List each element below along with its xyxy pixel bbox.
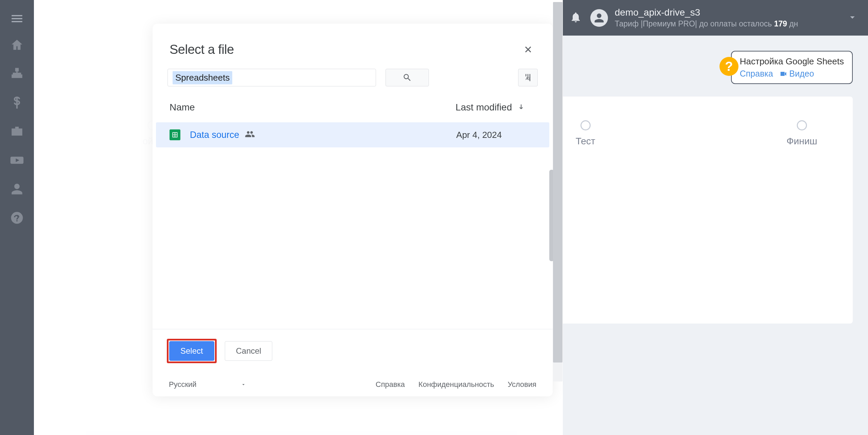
help-tooltip: ? Настройка Google Sheets Справка Видео	[731, 51, 853, 84]
language-select[interactable]: Русский	[169, 380, 246, 389]
help-badge-icon[interactable]: ?	[719, 57, 738, 76]
column-name[interactable]: Name	[170, 102, 195, 113]
footer-link-spravka[interactable]: Справка	[376, 380, 405, 389]
tariff-info: Тариф |Премиум PRO| до оплаты осталось 1…	[615, 19, 847, 28]
caret-down-icon	[241, 382, 246, 387]
top-header: demo_apix-drive_s3 Тариф |Премиум PRO| д…	[563, 0, 868, 36]
search-button[interactable]	[386, 69, 429, 86]
help-title: Настройка Google Sheets	[740, 56, 844, 67]
dialog-footer: Select Cancel	[153, 329, 553, 375]
help-icon[interactable]	[0, 203, 34, 232]
file-row[interactable]: Data source Apr 4, 2024	[156, 122, 549, 147]
user-info: demo_apix-drive_s3 Тариф |Премиум PRO| д…	[615, 7, 847, 28]
footer-link-terms[interactable]: Условия	[508, 380, 536, 389]
dialog-bottom-bar: Русский Справка Конфиденциальность Услов…	[153, 375, 553, 396]
search-input[interactable]: Spreadsheets	[167, 69, 376, 86]
file-name: Data source	[190, 130, 239, 140]
menu-toggle-icon[interactable]	[0, 7, 34, 30]
spreadsheet-icon	[170, 129, 180, 140]
dialog-title: Select a file	[170, 42, 234, 57]
help-link-spravka[interactable]: Справка	[740, 69, 773, 79]
step-item: Финиш	[768, 120, 836, 147]
shared-icon	[245, 129, 255, 141]
help-link-video[interactable]: Видео	[779, 69, 814, 79]
briefcase-icon[interactable]	[0, 117, 34, 146]
column-modified[interactable]: Last modified	[455, 102, 526, 113]
notifications-icon[interactable]	[570, 11, 582, 25]
left-sidebar	[0, 0, 34, 435]
modal-overlay: Select a file ✕ Spreadsheets AZ Name Las…	[34, 0, 563, 435]
svg-text:AZ: AZ	[526, 76, 531, 81]
select-button[interactable]: Select	[169, 341, 214, 361]
select-highlight: Select	[167, 339, 217, 363]
filter-chip[interactable]: Spreadsheets	[173, 71, 232, 84]
scrollbar[interactable]	[553, 2, 563, 381]
home-icon[interactable]	[0, 30, 34, 59]
dollar-icon[interactable]	[0, 88, 34, 117]
close-icon[interactable]: ✕	[520, 42, 536, 57]
footer-link-privacy[interactable]: Конфиденциальность	[418, 380, 494, 389]
user-icon[interactable]	[0, 174, 34, 203]
chevron-down-icon[interactable]	[847, 12, 858, 24]
table-header: Name Last modified	[153, 102, 553, 113]
sort-button[interactable]: AZ	[518, 69, 538, 86]
cancel-button[interactable]: Cancel	[225, 341, 273, 361]
file-list: Data source Apr 4, 2024	[153, 122, 553, 329]
video-icon	[779, 70, 787, 78]
sort-arrow-icon	[517, 103, 526, 112]
youtube-icon[interactable]	[0, 146, 34, 174]
file-picker-dialog: Select a file ✕ Spreadsheets AZ Name Las…	[153, 24, 553, 396]
avatar[interactable]	[590, 9, 608, 27]
username: demo_apix-drive_s3	[615, 7, 847, 18]
sitemap-icon[interactable]	[0, 59, 34, 88]
file-date: Apr 4, 2024	[456, 130, 502, 140]
